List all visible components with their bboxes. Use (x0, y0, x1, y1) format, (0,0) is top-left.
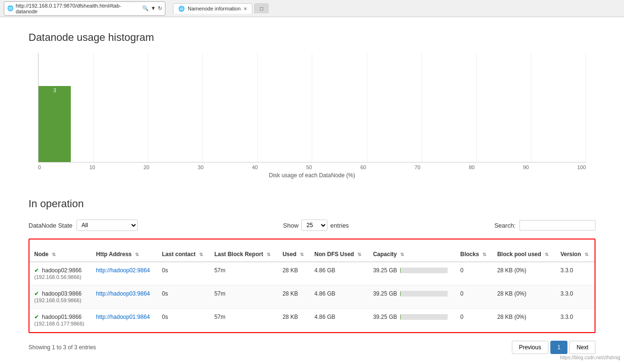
cell-capacity-0: 39.25 GB (368, 262, 456, 286)
node-status-icon-1: ✔ (34, 290, 39, 297)
datanode-state-select[interactable]: All Live Dead Decommissioning (77, 220, 138, 231)
cell-used-1: 28 KB (278, 286, 309, 309)
col-last-block-spacer (214, 243, 273, 251)
x-axis-labels: 0 10 20 30 40 50 60 70 80 90 100 (38, 163, 586, 170)
col-last-contact: Last contact ⇅ (157, 239, 210, 262)
x-label-0: 0 (38, 164, 41, 170)
node-name-2: hadoop01:9866 (42, 314, 81, 320)
node-ip-2: (192.168.0.177:9866) (34, 321, 84, 326)
capacity-bar-container-1: 39.25 GB (373, 290, 451, 297)
cell-block-pool-2: 28 KB (0%) (492, 309, 556, 332)
col-last-block: Last Block Report ⇅ (210, 239, 278, 262)
sort-http-icon[interactable]: ⇅ (135, 252, 139, 257)
operation-title: In operation (29, 198, 595, 210)
col-block-pool-spacer (497, 243, 551, 251)
http-link-0[interactable]: http://hadoop02:9864 (96, 267, 150, 274)
dropdown-nav-icon: ▼ (151, 5, 156, 11)
active-tab[interactable]: 🌐 Namenode information ✕ (173, 3, 252, 14)
tab-title: Namenode information (188, 6, 240, 11)
x-label-10: 10 (89, 164, 95, 170)
col-http: Http Address ⇅ (91, 239, 157, 262)
col-non-dfs: Non DFS Used ⇅ (310, 239, 368, 262)
col-node: Node ⇅ (29, 239, 91, 262)
address-text: http://192.168.0.177:9870/dfshealth.html… (16, 3, 140, 14)
table-row: ✔ hadoop01:9866 (192.168.0.177:9866) htt… (29, 309, 595, 332)
table-controls-center: Show 10 25 50 100 entries (283, 220, 349, 231)
http-link-2[interactable]: http://hadoop01:9864 (96, 314, 150, 320)
capacity-bar-container-2: 39.25 GB (373, 314, 451, 320)
pagination-controls: Previous 1 Next (512, 341, 595, 354)
cell-node-2: ✔ hadoop01:9866 (192.168.0.177:9866) (29, 309, 91, 332)
capacity-text-1: 39.25 GB (373, 290, 397, 297)
capacity-bar-inner-0 (400, 268, 401, 273)
x-label-50: 50 (306, 164, 312, 170)
cell-last-block-1: 57m (210, 286, 278, 309)
search-label: Search: (494, 222, 516, 229)
capacity-bar-outer-2 (400, 314, 448, 320)
cell-last-contact-2: 0s (157, 309, 210, 332)
col-blocks: Blocks ⇅ (456, 239, 493, 262)
datanode-table: Node ⇅ Http Address ⇅ Last contact ⇅ (29, 239, 595, 332)
pagination-info: Showing 1 to 3 of 3 entries (29, 344, 96, 351)
show-entries-select[interactable]: 10 25 50 100 (301, 220, 327, 231)
cell-used-0: 28 KB (278, 262, 309, 286)
next-button[interactable]: Next (569, 341, 595, 354)
address-bar[interactable]: 🌐 http://192.168.0.177:9870/dfshealth.ht… (4, 1, 165, 16)
operation-section: In operation DataNode State All Live Dea… (29, 198, 595, 354)
pagination-row: Showing 1 to 3 of 3 entries Previous 1 N… (29, 341, 595, 354)
refresh-nav-icon[interactable]: ↻ (158, 5, 162, 11)
page-1-button[interactable]: 1 (550, 341, 568, 354)
previous-button[interactable]: Previous (512, 341, 548, 354)
cell-last-block-2: 57m (210, 309, 278, 332)
bar-label: 3 (53, 87, 56, 93)
node-name-0: hadoop02:9866 (42, 267, 81, 274)
filter-label: DataNode State (29, 222, 73, 229)
cell-node-0: ✔ hadoop02:9866 (192.168.0.56:9866) (29, 262, 91, 286)
sort-blocks-icon[interactable]: ⇅ (482, 252, 486, 257)
cell-node-1: ✔ hadoop03:9866 (192.168.0.59:9866) (29, 286, 91, 309)
gridline-6 (367, 53, 367, 162)
x-label-90: 90 (523, 164, 528, 170)
sort-node-icon[interactable]: ⇅ (52, 252, 56, 257)
sort-used-icon[interactable]: ⇅ (300, 252, 304, 257)
cell-http-2: http://hadoop01:9864 (91, 309, 157, 332)
sort-capacity-icon[interactable]: ⇅ (400, 252, 404, 257)
search-nav-icon: 🔍 (142, 5, 149, 11)
watermark: https://blog.csdn.net/zlhdmig (560, 355, 620, 360)
new-tab-icon: □ (260, 6, 263, 11)
node-ip-1: (192.168.0.59:9866) (34, 297, 81, 303)
entries-label: entries (330, 222, 349, 229)
col-version-spacer (560, 243, 590, 251)
col-used-spacer (282, 243, 305, 251)
cell-blocks-2: 0 (456, 309, 493, 332)
col-block-pool: Block pool used ⇅ (492, 239, 556, 262)
gridline-9 (531, 53, 531, 162)
table-body: ✔ hadoop02:9866 (192.168.0.56:9866) http… (29, 262, 595, 332)
node-status-icon-2: ✔ (34, 314, 39, 320)
capacity-bar-container-0: 39.25 GB (373, 267, 451, 274)
col-capacity-spacer (373, 243, 451, 251)
sort-version-icon[interactable]: ⇅ (585, 252, 588, 257)
sort-block-pool-icon[interactable]: ⇅ (545, 252, 548, 257)
table-header: Node ⇅ Http Address ⇅ Last contact ⇅ (29, 239, 595, 262)
highlighted-rows-wrapper: Node ⇅ Http Address ⇅ Last contact ⇅ (29, 239, 595, 333)
histogram-gridlines (38, 53, 586, 162)
tab-close-icon[interactable]: ✕ (243, 6, 247, 11)
table-controls: DataNode State All Live Dead Decommissio… (29, 220, 595, 231)
cell-version-0: 3.3.0 (556, 262, 595, 286)
search-input[interactable] (519, 220, 595, 230)
node-name-1: hadoop03:9866 (42, 290, 81, 297)
node-status-icon-0: ✔ (34, 267, 39, 274)
col-blocks-spacer (461, 243, 488, 251)
sort-last-block-icon[interactable]: ⇅ (267, 252, 270, 257)
cell-http-0: http://hadoop02:9864 (91, 262, 157, 286)
cell-last-contact-1: 0s (157, 286, 210, 309)
sort-last-contact-icon[interactable]: ⇅ (199, 252, 203, 257)
page-content: Datanode usage histogram (0, 17, 624, 364)
cell-capacity-1: 39.25 GB (368, 286, 456, 309)
col-used: Used ⇅ (278, 239, 309, 262)
http-link-1[interactable]: http://hadoop03:9864 (96, 290, 150, 297)
browser-chrome: 🌐 http://192.168.0.177:9870/dfshealth.ht… (0, 0, 624, 17)
sort-non-dfs-icon[interactable]: ⇅ (357, 252, 361, 257)
new-tab[interactable]: □ (254, 3, 269, 13)
